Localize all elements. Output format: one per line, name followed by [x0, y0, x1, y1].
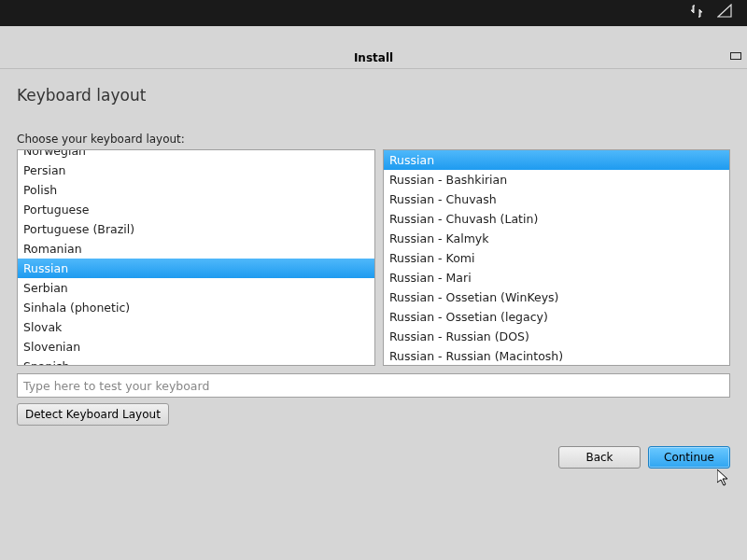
back-button[interactable]: Back: [558, 446, 641, 469]
list-item[interactable]: Polish: [18, 180, 374, 200]
page-title: Keyboard layout: [17, 86, 730, 105]
network-icon[interactable]: [689, 4, 704, 22]
list-item[interactable]: Russian - Mari: [384, 268, 729, 287]
choose-label: Choose your keyboard layout:: [17, 133, 730, 146]
list-item[interactable]: Russian - Ossetian (WinKeys): [384, 287, 729, 307]
list-item[interactable]: Russian - Chuvash (Latin): [384, 209, 729, 229]
window-title: Install: [354, 51, 393, 64]
list-item[interactable]: Spanish: [18, 357, 374, 366]
list-item[interactable]: Persian: [18, 161, 374, 180]
maximize-icon[interactable]: [730, 52, 741, 60]
list-item[interactable]: Russian - Russian (DOS): [384, 327, 729, 346]
list-item[interactable]: Russian - Komi: [384, 248, 729, 268]
list-item[interactable]: Slovak: [18, 317, 374, 337]
list-item[interactable]: Russian - Kalmyk: [384, 229, 729, 248]
system-topbar: [0, 0, 747, 26]
signal-icon[interactable]: [717, 4, 732, 22]
list-item[interactable]: Romanian: [18, 239, 374, 259]
keyboard-test-input[interactable]: [17, 373, 730, 398]
window-titlebar: Install: [0, 47, 747, 69]
installer-window: Install Keyboard layout Choose your keyb…: [0, 47, 747, 560]
detect-keyboard-button[interactable]: Detect Keyboard Layout: [17, 403, 169, 426]
list-item[interactable]: Russian - Bashkirian: [384, 170, 729, 189]
variant-listbox[interactable]: RussianRussian - BashkirianRussian - Chu…: [383, 149, 730, 366]
list-item[interactable]: Russian - Chuvash: [384, 189, 729, 209]
continue-button[interactable]: Continue: [648, 446, 730, 469]
list-item[interactable]: Russian - Ossetian (legacy): [384, 307, 729, 327]
list-item[interactable]: Portuguese (Brazil): [18, 219, 374, 239]
list-item[interactable]: Russian - Russian (Macintosh): [384, 346, 729, 366]
list-item[interactable]: Russian: [18, 259, 374, 278]
list-item[interactable]: Serbian: [18, 278, 374, 298]
language-listbox[interactable]: NorwegianPersianPolishPortuguesePortugue…: [17, 149, 375, 366]
list-item[interactable]: Russian: [384, 150, 729, 170]
list-item[interactable]: Portuguese: [18, 200, 374, 219]
list-item[interactable]: Sinhala (phonetic): [18, 298, 374, 317]
list-item[interactable]: Slovenian: [18, 337, 374, 357]
list-item[interactable]: Norwegian: [18, 149, 374, 161]
